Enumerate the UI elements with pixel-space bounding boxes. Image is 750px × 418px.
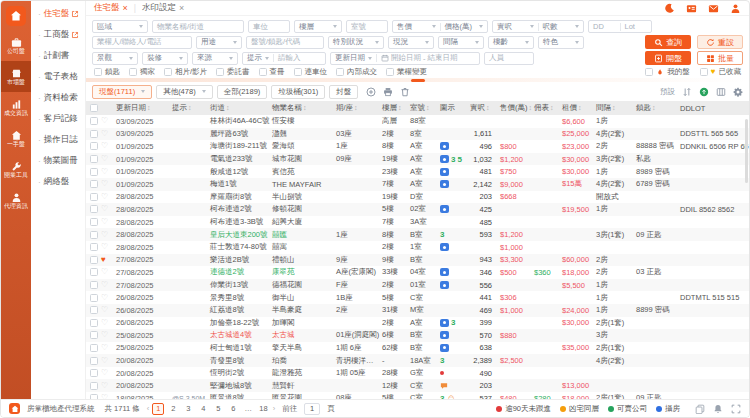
sort-icon[interactable]: ↕ — [612, 104, 616, 111]
sort-icon[interactable]: ↕ — [226, 104, 230, 111]
checkbox[interactable] — [129, 68, 137, 76]
goto-page-input[interactable]: 1 — [304, 403, 320, 415]
row-checkbox[interactable] — [90, 205, 98, 213]
segment-tab-others[interactable]: 其他(478) — [156, 85, 213, 99]
segment-tab-sealed[interactable]: 封盤 — [329, 85, 358, 99]
page-5[interactable]: 5 — [212, 403, 224, 415]
expand-icon[interactable] — [731, 404, 741, 414]
table-row[interactable]: ♡28/08/2025柯布連道2號修頓花園5樓02室425$19,5001房DD… — [86, 203, 749, 216]
card-icon[interactable] — [686, 3, 697, 14]
column-header-0[interactable]: 更新日期↕ — [114, 103, 170, 113]
tab-residential[interactable]: 住宅盤× — [94, 2, 128, 14]
filter-collapse-handle[interactable] — [86, 78, 749, 82]
ddlot-input[interactable]: DDLot — [588, 20, 652, 33]
favorite-heart-icon[interactable]: ♡ — [101, 382, 108, 390]
row-checkbox[interactable] — [90, 130, 98, 138]
columns-icon[interactable] — [716, 87, 726, 97]
filter-checkbox-1[interactable]: 獨家 — [129, 67, 155, 77]
collected-toggle[interactable]: ♥已收藏 — [700, 67, 741, 77]
photo-icon[interactable] — [440, 142, 449, 150]
table-row[interactable]: ♡25/08/2025柯士甸道1號擎天半島1期 6座62樓B室638$35,00… — [86, 342, 749, 355]
page-1[interactable]: 1 — [152, 403, 164, 415]
app-logo-icon[interactable] — [6, 6, 26, 26]
chat-icon[interactable] — [440, 382, 448, 390]
sort-icon[interactable]: ↕ — [398, 104, 402, 111]
checkbox[interactable] — [386, 68, 394, 76]
sort-icon[interactable]: ↕ — [578, 104, 582, 111]
area-select[interactable]: 實呎呎數 — [492, 20, 584, 33]
row-checkbox[interactable] — [90, 319, 98, 327]
copy-icon[interactable] — [695, 404, 705, 414]
checkbox[interactable] — [645, 68, 653, 76]
row-checkbox[interactable] — [90, 344, 98, 352]
favorite-heart-icon[interactable]: ♡ — [101, 294, 108, 302]
table-row[interactable]: ♡25/08/2025太古城道4號太古城01座(洞庭閣)6樓B室570$8803… — [86, 329, 749, 342]
checkbox[interactable] — [259, 68, 267, 76]
sort-icon[interactable]: ↕ — [652, 104, 656, 111]
row-checkbox[interactable] — [90, 357, 98, 365]
hint-combo[interactable]: 提示請輸入 — [242, 52, 326, 65]
table-row[interactable]: ♡28/08/2025莊士敦道74-80號囍寓2樓1室$1,000 — [86, 241, 749, 254]
select-all-checkbox[interactable] — [90, 104, 98, 112]
plus-icon[interactable] — [366, 87, 376, 97]
table-row[interactable]: ♥27/08/2025樂活道2B號禮頓山9座9樓B室943$3,300$60,0… — [86, 254, 749, 267]
filter-checkbox-6[interactable]: 內部成交 — [336, 67, 377, 77]
trash-icon[interactable] — [400, 87, 410, 97]
update-date-range[interactable]: 更新日期開始日期-結束日期 — [330, 52, 480, 65]
filter-checkbox-7[interactable]: 業權變更 — [386, 67, 427, 77]
rail-item-market[interactable]: 市場盤 — [1, 61, 31, 92]
sort-icon[interactable]: ↕ — [426, 104, 430, 111]
favorite-heart-icon[interactable]: ♡ — [101, 306, 108, 314]
column-header-4[interactable]: 期/座↕ — [334, 103, 380, 113]
checkbox[interactable] — [294, 68, 302, 76]
special-status-select[interactable]: 特別狀況 — [328, 36, 384, 49]
table-row[interactable]: ♡20/08/2025堅彌地城8號慧賢軒12樓C室203$13,000 — [86, 379, 749, 392]
column-header-9[interactable]: 售價(萬)↕ — [498, 103, 532, 113]
sort-icon[interactable]: ↕ — [354, 104, 358, 111]
mail-icon[interactable] — [708, 3, 719, 14]
favorite-heart-icon[interactable]: ♡ — [101, 268, 108, 276]
favorite-heart-icon[interactable]: ♡ — [101, 369, 108, 377]
filter-checkbox-5[interactable]: 連車位 — [294, 67, 328, 77]
row-checkbox[interactable] — [90, 155, 98, 163]
sort-icon[interactable]: ↕ — [550, 104, 554, 111]
column-header-2[interactable]: 街道↕ — [208, 103, 270, 113]
row-checkbox[interactable] — [90, 369, 98, 377]
batch-button[interactable]: 批量 — [697, 51, 743, 65]
table-row[interactable]: ♡01/09/2025梅道1號THE MAYFAIR7樓A室2,142$9,00… — [86, 178, 749, 191]
filter-checkbox-2[interactable]: 相片/影片 — [164, 67, 207, 77]
property-name-input[interactable]: 物業名稱/街道 — [152, 20, 244, 33]
column-header-13[interactable]: 鎖匙↕ — [634, 103, 678, 113]
filter-checkbox-3[interactable]: 委託書 — [216, 67, 250, 77]
table-row[interactable]: ♡26/08/2025加倫臺18-22號加暉閣2樓A室3399$30,0002房… — [86, 317, 749, 330]
room-input[interactable]: 室號 — [346, 20, 388, 33]
favorite-heart-icon[interactable]: ♡ — [101, 344, 108, 352]
table-row[interactable]: ♡01/09/2025般咸道12號賓信苑23樓A室481$750$30,0001… — [86, 165, 749, 178]
row-checkbox[interactable] — [90, 193, 98, 201]
condition-select[interactable]: 現況 — [388, 36, 434, 49]
source-select[interactable]: 來源 — [192, 52, 238, 65]
favorite-heart-icon[interactable]: ♡ — [101, 331, 108, 339]
photo-icon[interactable] — [440, 268, 449, 276]
photo-icon[interactable] — [440, 243, 449, 251]
column-header-6[interactable]: 室號↕ — [408, 103, 438, 113]
close-tab-icon[interactable]: × — [179, 3, 184, 13]
favorite-heart-icon[interactable]: ♡ — [101, 231, 108, 239]
sort-icon[interactable]: ↕ — [147, 104, 151, 111]
sidebar-item-network[interactable]: ·網絡盤 — [38, 171, 85, 192]
feature-select[interactable]: 特色 — [538, 36, 584, 49]
column-header-8[interactable]: 實呎↕ — [468, 103, 498, 113]
sidebar-item-spreadsheet[interactable]: ·電子表格 — [38, 66, 85, 87]
row-checkbox[interactable] — [90, 394, 98, 399]
page-2[interactable]: 2 — [167, 403, 179, 415]
table-row[interactable]: ♡01/09/2025電氣道233號城市花園09座19樓A室351,032$1,… — [86, 153, 749, 166]
table-row[interactable]: ♡27/08/2025偉業街13號德福花園F座2樓01室556$5,5001房 — [86, 279, 749, 292]
checkbox[interactable] — [164, 68, 172, 76]
staff-input[interactable]: 人員 — [484, 52, 534, 65]
search-button[interactable]: 查詢 — [645, 35, 691, 49]
checkbox[interactable] — [336, 68, 344, 76]
row-checkbox[interactable] — [90, 306, 98, 314]
photo-icon[interactable] — [440, 281, 449, 289]
prev-page-icon[interactable]: ‹ — [147, 404, 150, 413]
bell-icon[interactable] — [713, 404, 723, 414]
